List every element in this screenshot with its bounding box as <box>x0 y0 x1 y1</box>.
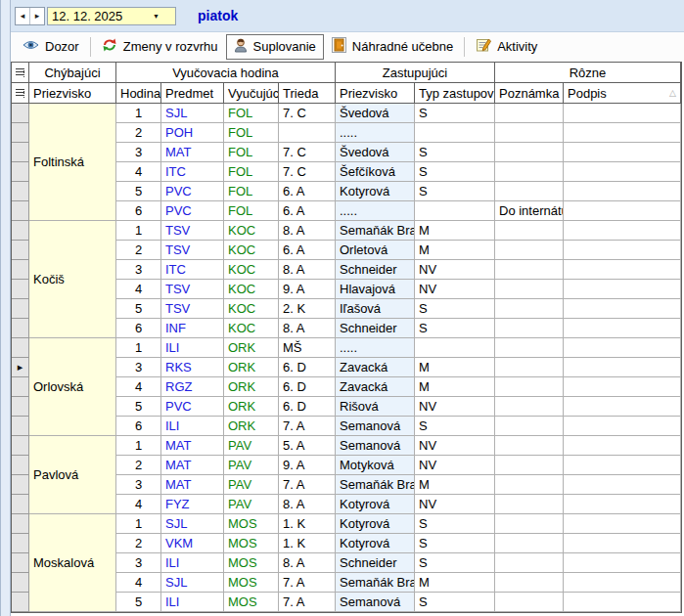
cell-podpis[interactable] <box>564 299 681 319</box>
cell-zastupujuci[interactable]: Semaňák Brandon <box>336 573 415 593</box>
cell-vyucujuci[interactable]: MOS <box>224 553 279 573</box>
cell-hodina[interactable]: 4 <box>116 573 161 593</box>
column-header-predmet[interactable]: Predmet <box>161 83 224 104</box>
cell-vyucujuci[interactable]: KOC <box>224 260 279 280</box>
cell-trieda[interactable]: 8. A <box>279 260 336 280</box>
cell-hodina[interactable]: 4 <box>116 377 161 397</box>
cell-poznamka[interactable] <box>495 534 564 553</box>
cell-predmet[interactable]: TSV <box>161 299 224 319</box>
cell-predmet[interactable]: PVC <box>161 397 224 417</box>
cell-vyucujuci[interactable]: PAV <box>224 436 279 456</box>
cell-poznamka[interactable] <box>495 514 564 534</box>
cell-trieda[interactable]: 2. K <box>279 299 336 319</box>
cell-trieda[interactable]: 7. A <box>279 475 336 495</box>
column-header-podpis[interactable]: Podpis△ <box>564 83 681 104</box>
cell-zastupujuci[interactable]: Švedová <box>336 143 415 162</box>
cell-trieda[interactable]: 6. A <box>279 201 336 221</box>
cell-trieda[interactable]: 7. C <box>279 162 336 182</box>
dozor-button[interactable]: Dozor <box>15 34 87 60</box>
row-indicator-cell[interactable] <box>12 201 29 221</box>
cell-podpis[interactable] <box>564 456 681 475</box>
cell-typ-zastupovania[interactable] <box>415 123 495 143</box>
row-indicator-cell[interactable] <box>12 456 29 475</box>
cell-zastupujuci[interactable]: Orletová <box>336 241 415 260</box>
cell-zastupujuci[interactable]: Schneider <box>336 553 415 573</box>
column-header-poznamka[interactable]: Poznámka p <box>495 83 564 104</box>
cell-poznamka[interactable] <box>495 436 564 456</box>
cell-trieda[interactable]: 8. A <box>279 221 336 241</box>
cell-poznamka[interactable] <box>495 241 564 260</box>
cell-vyucujuci[interactable]: PAV <box>224 475 279 495</box>
cell-podpis[interactable] <box>564 338 681 358</box>
cell-predmet[interactable]: POH <box>161 123 224 143</box>
cell-trieda[interactable]: 8. A <box>279 495 336 514</box>
cell-vyucujuci[interactable]: PAV <box>224 456 279 475</box>
cell-predmet[interactable]: FYZ <box>161 495 224 514</box>
cell-podpis[interactable] <box>564 358 681 377</box>
cell-predmet[interactable]: TSV <box>161 280 224 299</box>
cell-poznamka[interactable] <box>495 495 564 514</box>
cell-vyucujuci[interactable]: FOL <box>224 162 279 182</box>
cell-zastupujuci[interactable]: Rišová <box>336 397 415 417</box>
cell-podpis[interactable] <box>564 162 681 182</box>
cell-typ-zastupovania[interactable]: NV <box>415 280 495 299</box>
column-header-trieda[interactable]: Trieda <box>279 83 336 104</box>
cell-vyucujuci[interactable]: FOL <box>224 123 279 143</box>
cell-poznamka[interactable] <box>495 338 564 358</box>
dropdown-arrow-icon[interactable]: ▼ <box>153 13 160 20</box>
row-indicator-cell[interactable] <box>12 143 29 162</box>
row-indicator-cell[interactable] <box>12 514 29 534</box>
cell-typ-zastupovania[interactable]: NV <box>415 456 495 475</box>
absent-teacher-cell[interactable]: Pavlová <box>29 436 116 514</box>
cell-zastupujuci[interactable]: Schneider <box>336 319 415 338</box>
cell-hodina[interactable]: 1 <box>116 436 161 456</box>
cell-trieda[interactable]: 1. K <box>279 534 336 553</box>
cell-podpis[interactable] <box>564 553 681 573</box>
cell-podpis[interactable] <box>564 319 681 338</box>
cell-typ-zastupovania[interactable]: S <box>415 553 495 573</box>
cell-typ-zastupovania[interactable]: M <box>415 377 495 397</box>
column-header-priezvisko-chybajuci[interactable]: Priezvisko <box>29 83 116 104</box>
cell-poznamka[interactable] <box>495 553 564 573</box>
cell-trieda[interactable]: 7. A <box>279 593 336 612</box>
cell-hodina[interactable]: 2 <box>116 456 161 475</box>
cell-hodina[interactable]: 4 <box>116 280 161 299</box>
cell-hodina[interactable]: 3 <box>116 475 161 495</box>
cell-hodina[interactable]: 2 <box>116 241 161 260</box>
absent-teacher-cell[interactable]: Foltinská <box>29 104 116 221</box>
row-indicator-cell[interactable] <box>12 377 29 397</box>
row-indicator-cell[interactable] <box>12 475 29 495</box>
cell-hodina[interactable]: 2 <box>116 123 161 143</box>
aktivity-button[interactable]: Aktivity <box>468 34 545 60</box>
cell-typ-zastupovania[interactable]: M <box>415 241 495 260</box>
row-indicator-cell[interactable] <box>12 104 29 123</box>
cell-trieda[interactable] <box>279 123 336 143</box>
cell-poznamka[interactable] <box>495 417 564 436</box>
cell-trieda[interactable]: 6. D <box>279 358 336 377</box>
cell-predmet[interactable]: ILI <box>161 593 224 612</box>
cell-typ-zastupovania[interactable]: S <box>415 104 495 123</box>
cell-hodina[interactable]: 5 <box>116 182 161 201</box>
cell-trieda[interactable]: 8. A <box>279 319 336 338</box>
column-header-hodina[interactable]: Hodina <box>116 83 161 104</box>
cell-typ-zastupovania[interactable]: S <box>415 514 495 534</box>
cell-trieda[interactable]: 6. A <box>279 182 336 201</box>
cell-zastupujuci[interactable]: Zavacká <box>336 377 415 397</box>
cell-hodina[interactable]: 2 <box>116 534 161 553</box>
cell-podpis[interactable] <box>564 123 681 143</box>
row-indicator-cell[interactable] <box>12 280 29 299</box>
cell-predmet[interactable]: SJL <box>161 104 224 123</box>
cell-zastupujuci[interactable]: Zavacká <box>336 358 415 377</box>
cell-trieda[interactable]: 6. D <box>279 397 336 417</box>
row-indicator-cell[interactable] <box>12 123 29 143</box>
grid-corner-cell[interactable] <box>12 63 29 83</box>
cell-vyucujuci[interactable]: MOS <box>224 514 279 534</box>
cell-poznamka[interactable] <box>495 593 564 612</box>
absent-teacher-cell[interactable]: Moskalová <box>29 514 116 612</box>
cell-poznamka[interactable] <box>495 221 564 241</box>
cell-zastupujuci[interactable]: Švedová <box>336 104 415 123</box>
cell-vyucujuci[interactable]: ORK <box>224 397 279 417</box>
cell-predmet[interactable]: TSV <box>161 221 224 241</box>
cell-zastupujuci[interactable]: Kotyrová <box>336 534 415 553</box>
cell-podpis[interactable] <box>564 475 681 495</box>
